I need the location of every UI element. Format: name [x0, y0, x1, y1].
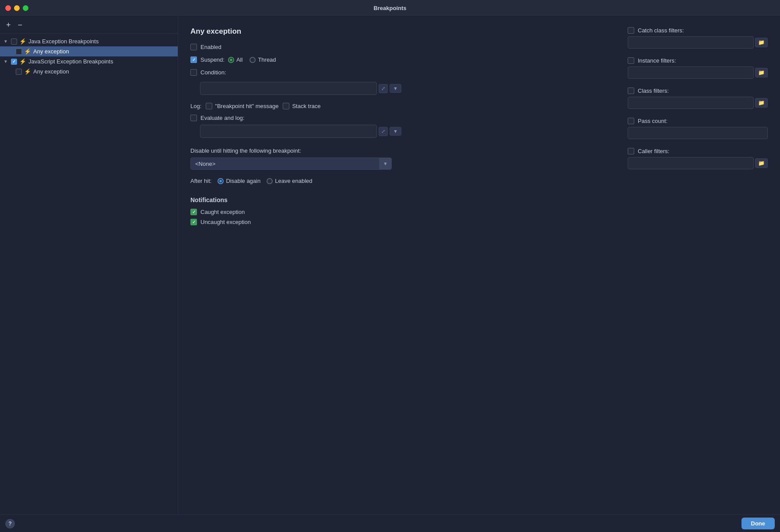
suspend-thread-radio[interactable]: [249, 57, 256, 63]
java-group-icon: ⚡: [19, 38, 26, 45]
evaluate-checkbox[interactable]: [190, 115, 197, 121]
caller-filters-label-row: Caller filters:: [628, 148, 768, 154]
class-filters-label: Class filters:: [638, 88, 669, 94]
js-any-icon: ⚡: [24, 68, 31, 75]
js-any-checkbox[interactable]: [16, 69, 22, 75]
instance-filters-group: Instance filters: 📁: [628, 57, 768, 79]
sidebar-toolbar: + −: [0, 17, 178, 34]
class-filters-checkbox[interactable]: [628, 88, 634, 94]
suspend-all-option[interactable]: All: [228, 56, 242, 63]
disable-until-dropdown[interactable]: <None> ▼: [190, 158, 392, 170]
pass-count-label-row: Pass count:: [628, 118, 768, 124]
instance-filters-input[interactable]: [628, 66, 754, 79]
caught-exception-label: Caught exception: [200, 209, 245, 215]
close-button[interactable]: [5, 5, 11, 11]
remove-breakpoint-button[interactable]: −: [16, 20, 25, 30]
disable-again-radio[interactable]: [218, 178, 224, 184]
titlebar: Breakpoints: [0, 0, 780, 17]
condition-checkbox[interactable]: [190, 69, 197, 76]
caught-exception-item: Caught exception: [190, 209, 615, 215]
instance-filters-checkbox[interactable]: [628, 57, 634, 64]
catch-class-filters-folder-button[interactable]: 📁: [755, 38, 768, 47]
class-filters-input-wrap: 📁: [628, 97, 768, 109]
content-side: Catch class filters: 📁 Instance filters:…: [628, 27, 768, 504]
disable-until-value: <None>: [191, 161, 379, 167]
suspend-row: Suspend: All Thread: [190, 56, 615, 63]
condition-dropdown-button[interactable]: ▼: [390, 84, 401, 93]
js-any-label: Any exception: [33, 68, 69, 75]
enabled-row: Enabled: [190, 44, 615, 50]
disable-again-option[interactable]: Disable again: [218, 178, 260, 184]
catch-class-filters-label-row: Catch class filters:: [628, 27, 768, 34]
caller-filters-group: Caller filters: 📁: [628, 148, 768, 169]
java-exception-group[interactable]: ▼ ⚡ Java Exception Breakpoints: [0, 36, 178, 46]
java-any-icon: ⚡: [24, 48, 31, 55]
instance-filters-label: Instance filters:: [638, 57, 676, 64]
java-group-checkbox[interactable]: [11, 38, 17, 45]
pass-count-group: Pass count:: [628, 118, 768, 139]
suspend-all-label: All: [236, 56, 242, 63]
log-label: Log:: [190, 103, 201, 109]
js-group-label: JavaScript Exception Breakpoints: [28, 58, 113, 65]
pass-count-input[interactable]: [628, 127, 768, 139]
uncaught-exception-item: Uncaught exception: [190, 219, 615, 225]
class-filters-label-row: Class filters:: [628, 88, 768, 94]
java-group-arrow: ▼: [4, 39, 9, 44]
evaluate-expand-button[interactable]: ⤢: [379, 127, 388, 136]
enabled-checkbox[interactable]: [190, 44, 197, 50]
java-group-label: Java Exception Breakpoints: [28, 38, 98, 45]
disable-until-section: Disable until hitting the following brea…: [190, 147, 615, 170]
minimize-button[interactable]: [14, 5, 20, 11]
done-button[interactable]: Done: [741, 518, 775, 529]
suspend-checkbox[interactable]: [190, 56, 197, 63]
bottom-bar: ? Done: [0, 514, 780, 532]
evaluate-label: Evaluate and log:: [200, 115, 244, 121]
suspend-label: Suspend:: [200, 56, 225, 63]
suspend-all-radio[interactable]: [228, 57, 234, 63]
help-button[interactable]: ?: [5, 519, 15, 528]
breakpoint-hit-checkbox[interactable]: [206, 103, 212, 109]
class-filters-folder-button[interactable]: 📁: [755, 98, 768, 108]
js-any-exception-item[interactable]: ⚡ Any exception: [0, 66, 178, 77]
java-any-checkbox[interactable]: [16, 49, 22, 55]
evaluate-row: Evaluate and log:: [190, 115, 615, 121]
condition-expand-button[interactable]: ⤢: [379, 84, 388, 93]
instance-filters-folder-button[interactable]: 📁: [755, 68, 768, 77]
after-hit-row: After hit: Disable again Leave enabled: [190, 178, 615, 184]
traffic-lights: [5, 5, 28, 11]
caller-filters-folder-button[interactable]: 📁: [755, 158, 768, 168]
js-group-checkbox[interactable]: [11, 59, 17, 65]
js-exception-group[interactable]: ▼ ⚡ JavaScript Exception Breakpoints: [0, 56, 178, 66]
caught-exception-checkbox[interactable]: [190, 209, 197, 215]
add-breakpoint-button[interactable]: +: [4, 20, 13, 30]
caller-filters-checkbox[interactable]: [628, 148, 634, 154]
main-container: + − ▼ ⚡ Java Exception Breakpoints ⚡ Any…: [0, 17, 780, 514]
caller-filters-input-wrap: 📁: [628, 157, 768, 169]
maximize-button[interactable]: [23, 5, 28, 11]
condition-input[interactable]: [200, 82, 377, 95]
catch-class-filters-checkbox[interactable]: [628, 27, 634, 34]
instance-filters-label-row: Instance filters:: [628, 57, 768, 64]
sidebar: + − ▼ ⚡ Java Exception Breakpoints ⚡ Any…: [0, 17, 178, 514]
catch-class-filters-input[interactable]: [628, 36, 754, 49]
leave-enabled-label: Leave enabled: [275, 178, 312, 184]
condition-label: Condition:: [200, 69, 226, 76]
after-hit-label: After hit:: [190, 178, 211, 184]
java-any-exception-item[interactable]: ⚡ Any exception: [0, 46, 178, 56]
js-group-icon: ⚡: [19, 58, 26, 65]
stack-trace-group: Stack trace: [283, 103, 320, 109]
caller-filters-input[interactable]: [628, 157, 754, 169]
evaluate-input[interactable]: [200, 125, 377, 138]
pass-count-input-wrap: [628, 127, 768, 139]
class-filters-input[interactable]: [628, 97, 754, 109]
js-group-arrow: ▼: [4, 59, 9, 64]
leave-enabled-option[interactable]: Leave enabled: [267, 178, 312, 184]
suspend-thread-option[interactable]: Thread: [249, 56, 276, 63]
window-title: Breakpoints: [373, 5, 406, 11]
uncaught-exception-checkbox[interactable]: [190, 219, 197, 225]
stack-trace-checkbox[interactable]: [283, 103, 289, 109]
pass-count-checkbox[interactable]: [628, 118, 634, 124]
evaluate-dropdown-button[interactable]: ▼: [390, 127, 401, 136]
leave-enabled-radio[interactable]: [267, 178, 273, 184]
condition-row: Condition:: [190, 69, 615, 76]
